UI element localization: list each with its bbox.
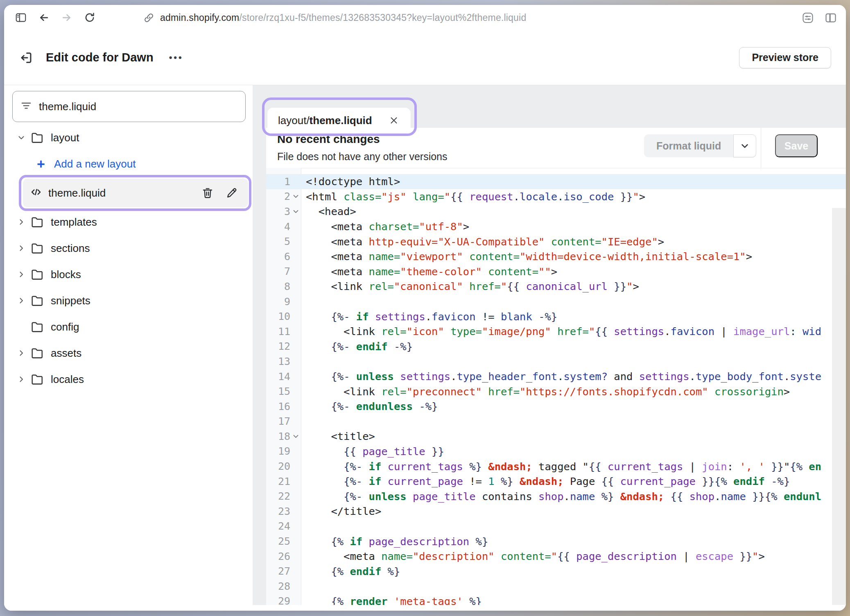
code-text[interactable]: {% endif %} — [301, 565, 846, 578]
code-line[interactable]: 3 <head> — [266, 204, 846, 219]
editor-scrollbar[interactable] — [832, 208, 846, 605]
code-text[interactable]: {%- if current_tags %} &ndash; tagged "{… — [301, 460, 846, 473]
code-text[interactable]: </title> — [301, 505, 846, 517]
address-bar[interactable]: admin.shopify.com/store/rzq1xu-f5/themes… — [142, 5, 526, 30]
close-tab-icon[interactable] — [388, 114, 400, 127]
code-line[interactable]: 23 </title> — [266, 504, 846, 519]
sidebar-item-blocks[interactable]: blocks — [4, 261, 253, 288]
format-liquid-button[interactable]: Format liquid — [644, 134, 756, 157]
preview-store-button[interactable]: Preview store — [739, 47, 831, 68]
chevron-right-icon[interactable] — [13, 296, 29, 306]
chevron-right-icon[interactable] — [13, 348, 29, 358]
code-text[interactable]: <meta charset="utf-8"> — [301, 220, 846, 233]
chevron-right-icon[interactable] — [13, 374, 29, 384]
sidebar-item-layout[interactable]: layout — [4, 125, 253, 151]
more-options-button[interactable]: ••• — [169, 52, 183, 63]
sidebar-item-sections[interactable]: sections — [4, 235, 253, 261]
fold-toggle-icon[interactable] — [290, 431, 301, 442]
code-text[interactable]: {% render 'meta-tags' %} — [301, 595, 846, 605]
fold-toggle-icon[interactable] — [290, 191, 301, 202]
code-text[interactable]: <link rel="icon" type="image/png" href="… — [301, 325, 846, 337]
file-search-input[interactable]: theme.liquid — [12, 91, 246, 122]
code-line[interactable]: 10 {%- if settings.favicon != blank -%} — [266, 309, 846, 324]
code-line[interactable]: 17 — [266, 414, 846, 429]
code-text[interactable]: {%- if settings.favicon != blank -%} — [301, 310, 846, 323]
code-text[interactable]: <html class="js" lang="{{ request.locale… — [301, 190, 846, 203]
code-line[interactable]: 22 {%- unless page_title contains shop.n… — [266, 489, 846, 504]
code-line[interactable]: 1<!doctype html> — [266, 174, 846, 189]
save-button[interactable]: Save — [775, 134, 818, 157]
format-dropdown-button[interactable] — [733, 134, 756, 157]
fold-toggle-icon[interactable] — [290, 206, 301, 217]
browser-toolbar: admin.shopify.com/store/rzq1xu-f5/themes… — [4, 5, 846, 31]
code-editor[interactable]: 1<!doctype html>2<html class="js" lang="… — [266, 168, 846, 605]
code-text[interactable]: <!doctype html> — [301, 175, 846, 188]
code-text[interactable]: {% if page_description %} — [301, 535, 846, 548]
code-line[interactable]: 8 <link rel="canonical" href="{{ canonic… — [266, 279, 846, 294]
chevron-right-icon[interactable] — [13, 243, 29, 253]
code-line[interactable]: 19 {{ page_title }} — [266, 444, 846, 459]
reload-icon[interactable] — [84, 11, 96, 24]
code-text[interactable]: {%- if current_page != 1 %} &ndash; Page… — [301, 475, 846, 487]
code-line[interactable]: 27 {% endif %} — [266, 564, 846, 579]
sidebar-item-config[interactable]: config — [4, 314, 253, 340]
code-line[interactable]: 29 {% render 'meta-tags' %} — [266, 594, 846, 605]
code-line[interactable]: 16 {%- endunless -%} — [266, 399, 846, 414]
code-line[interactable]: 6 <meta name="viewport" content="width=d… — [266, 249, 846, 264]
code-line[interactable]: 2<html class="js" lang="{{ request.local… — [266, 189, 846, 204]
selected-file-row[interactable]: theme.liquid — [23, 179, 248, 207]
code-text[interactable]: <meta name="description" content="{{ pag… — [301, 550, 846, 562]
back-icon[interactable] — [38, 11, 50, 24]
header-divider — [761, 128, 761, 168]
code-text[interactable]: {{ page_title }} — [301, 445, 846, 457]
code-text[interactable]: {%- endif -%} — [301, 340, 846, 353]
split-view-icon[interactable] — [825, 11, 837, 24]
chevron-right-icon[interactable] — [13, 217, 29, 227]
rename-file-icon[interactable] — [225, 186, 239, 200]
code-line[interactable]: 26 <meta name="description" content="{{ … — [266, 549, 846, 564]
code-line[interactable]: 12 {%- endif -%} — [266, 339, 846, 354]
code-line[interactable]: 25 {% if page_description %} — [266, 534, 846, 549]
sidebar-toggle-icon[interactable] — [15, 11, 27, 24]
code-line[interactable]: 28 — [266, 579, 846, 594]
code-text[interactable]: {%- unless settings.type_header_font.sys… — [301, 370, 846, 383]
folder-icon — [29, 347, 44, 359]
chevron-right-icon[interactable] — [13, 270, 29, 279]
code-text[interactable]: <link rel="preconnect" href="https://fon… — [301, 385, 846, 398]
file-search-value: theme.liquid — [39, 100, 96, 113]
sidebar-item-templates[interactable]: templates — [4, 209, 253, 235]
forward-icon[interactable] — [61, 11, 73, 24]
code-line[interactable]: 24 — [266, 519, 846, 534]
code-line[interactable]: 5 <meta http-equiv="X-UA-Compatible" con… — [266, 234, 846, 249]
code-text[interactable]: <meta http-equiv="X-UA-Compatible" conte… — [301, 236, 846, 248]
delete-file-icon[interactable] — [201, 186, 215, 200]
exit-editor-icon[interactable] — [19, 50, 34, 65]
sidebar-item-snippets[interactable]: snippets — [4, 288, 253, 314]
sidebar-item-add-layout[interactable]: +Add a new layout — [4, 151, 253, 177]
code-line[interactable]: 14 {%- unless settings.type_header_font.… — [266, 369, 846, 384]
sidebar-item-locales[interactable]: locales — [4, 366, 253, 392]
code-line[interactable]: 4 <meta charset="utf-8"> — [266, 219, 846, 234]
code-text[interactable]: {%- unless page_title contains shop.name… — [301, 490, 846, 503]
page-settings-icon[interactable] — [802, 11, 814, 24]
chevron-down-icon[interactable] — [13, 133, 29, 143]
code-text[interactable]: <meta name="theme-color" content=""> — [301, 265, 846, 278]
code-line[interactable]: 18 <title> — [266, 429, 846, 444]
code-line[interactable]: 13 — [266, 354, 846, 369]
sidebar-item-theme-liquid[interactable]: theme.liquid — [4, 179, 253, 207]
code-file-icon — [29, 186, 43, 200]
code-text[interactable]: <meta name="viewport" content="width=dev… — [301, 250, 846, 263]
fold-placeholder — [290, 341, 301, 352]
code-line[interactable]: 21 {%- if current_page != 1 %} &ndash; P… — [266, 474, 846, 489]
code-line[interactable]: 7 <meta name="theme-color" content=""> — [266, 264, 846, 279]
code-text[interactable]: <title> — [301, 430, 846, 442]
sidebar-item-assets[interactable]: assets — [4, 340, 253, 366]
tab-theme-liquid[interactable]: layout/theme.liquid — [267, 108, 411, 133]
code-text[interactable]: <head> — [301, 205, 846, 217]
code-text[interactable]: {%- endunless -%} — [301, 400, 846, 412]
code-text[interactable]: <link rel="canonical" href="{{ canonical… — [301, 280, 846, 292]
code-line[interactable]: 9 — [266, 294, 846, 309]
code-line[interactable]: 15 <link rel="preconnect" href="https://… — [266, 384, 846, 399]
code-line[interactable]: 20 {%- if current_tags %} &ndash; tagged… — [266, 459, 846, 474]
code-line[interactable]: 11 <link rel="icon" type="image/png" hre… — [266, 324, 846, 339]
